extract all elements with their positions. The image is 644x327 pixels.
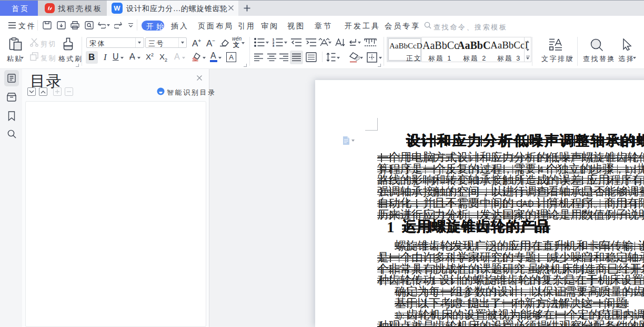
svg-text:3: 3 [273, 44, 274, 47]
svg-text:1: 1 [273, 38, 274, 41]
